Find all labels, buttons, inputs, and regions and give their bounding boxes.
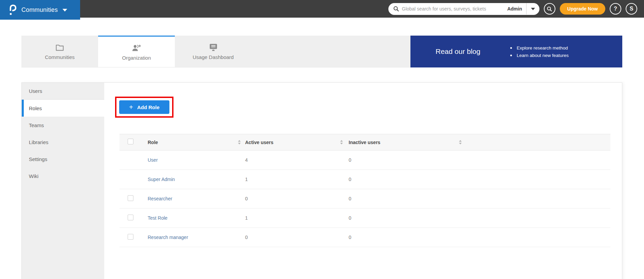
column-header-inactive-users: Inactive users — [349, 140, 380, 145]
search-submit-button[interactable] — [544, 3, 555, 15]
active-users-value: 1 — [245, 177, 248, 182]
role-link[interactable]: Super Admin — [148, 177, 175, 182]
role-link[interactable]: Research manager — [148, 235, 188, 240]
logo-p-icon — [9, 4, 17, 16]
sidebar-item-label: Users — [29, 88, 42, 94]
section-tabs: Communities Organization — [21, 36, 410, 67]
row-checkbox[interactable] — [128, 215, 133, 220]
roles-content: + Add Role Role Active users — [104, 83, 622, 279]
organization-sidebar: Users Roles Teams Libraries Settings Wik… — [22, 83, 104, 279]
sidebar-item-wiki[interactable]: Wiki — [22, 167, 104, 184]
column-header-active-users: Active users — [245, 140, 273, 145]
role-link[interactable]: Test Role — [148, 215, 167, 221]
search-scope-dropdown[interactable]: Admin — [506, 3, 539, 15]
tab-label: Organization — [122, 55, 151, 61]
top-navbar: Communities Admin — [0, 0, 644, 18]
dashboard-icon — [209, 43, 218, 52]
sidebar-item-users[interactable]: Users — [22, 83, 104, 100]
blog-banner[interactable]: Read our blog Explore research method Le… — [410, 36, 622, 67]
banner-bullet-list: Explore research method Learn about new … — [510, 43, 569, 60]
folder-icon — [55, 43, 64, 52]
tab-communities[interactable]: Communities — [21, 36, 98, 67]
banner-bullet: Learn about new features — [510, 53, 569, 58]
role-link[interactable]: Researcher — [148, 196, 172, 201]
organization-panel: Users Roles Teams Libraries Settings Wik… — [21, 82, 622, 279]
active-users-value: 0 — [245, 196, 248, 201]
sidebar-item-label: Settings — [29, 156, 47, 162]
inactive-users-value: 0 — [349, 196, 351, 201]
sidebar-item-roles[interactable]: Roles — [22, 100, 104, 117]
inactive-users-value: 0 — [349, 215, 351, 221]
table-header-row: Role Active users Inactive users — [119, 134, 610, 151]
active-users-value: 1 — [245, 215, 248, 221]
role-link[interactable]: User — [148, 157, 158, 163]
table-row: User 4 0 — [119, 151, 610, 170]
select-all-checkbox[interactable] — [128, 139, 133, 144]
search-icon — [547, 6, 552, 12]
tab-label: Communities — [45, 54, 75, 60]
inactive-users-value: 0 — [349, 157, 351, 163]
roles-table: Role Active users Inactive users — [119, 134, 610, 247]
table-row: Research manager 0 0 — [119, 228, 610, 247]
search-scope-value: Admin — [506, 6, 526, 12]
avatar-button[interactable]: S — [626, 3, 637, 15]
global-search: Admin — [388, 3, 539, 15]
sidebar-item-libraries[interactable]: Libraries — [22, 134, 104, 151]
sort-icon[interactable] — [340, 140, 343, 144]
active-users-value: 4 — [245, 157, 248, 163]
add-role-button[interactable]: + Add Role — [119, 100, 169, 114]
sidebar-item-label: Roles — [29, 105, 42, 111]
inactive-users-value: 0 — [349, 235, 351, 240]
person-add-icon — [131, 43, 142, 52]
tab-label: Usage Dashboard — [193, 54, 234, 60]
workspace-name: Communities — [21, 6, 58, 14]
sidebar-item-label: Teams — [29, 122, 44, 128]
section-header-row: Communities Organization — [21, 36, 622, 67]
upgrade-now-button[interactable]: Upgrade Now — [560, 3, 605, 15]
navbar-right-cluster: Admin Upgrade Now ? S — [388, 0, 644, 18]
add-role-label: Add Role — [137, 104, 160, 110]
sort-icon[interactable] — [238, 140, 241, 144]
row-checkbox[interactable] — [128, 195, 133, 201]
inactive-users-value: 0 — [349, 177, 351, 182]
sidebar-item-settings[interactable]: Settings — [22, 151, 104, 167]
chevron-down-icon — [531, 8, 535, 10]
table-row: Test Role 1 0 — [119, 208, 610, 228]
chevron-down-icon — [62, 9, 67, 12]
column-header-role: Role — [148, 140, 158, 145]
sort-icon[interactable] — [459, 140, 462, 144]
app-window: Communities Admin — [0, 0, 644, 279]
row-checkbox[interactable] — [128, 234, 133, 240]
communities-workspace-menu[interactable]: Communities — [0, 0, 80, 20]
banner-title: Read our blog — [436, 47, 480, 56]
tab-organization[interactable]: Organization — [98, 36, 175, 67]
search-icon — [393, 6, 399, 12]
table-row: Researcher 0 0 — [119, 189, 610, 208]
help-button[interactable]: ? — [610, 3, 621, 15]
active-users-value: 0 — [245, 235, 248, 240]
tab-usage-dashboard[interactable]: Usage Dashboard — [175, 36, 252, 67]
table-row: Super Admin 1 0 — [119, 170, 610, 189]
global-search-input[interactable] — [399, 6, 506, 12]
sidebar-item-label: Libraries — [29, 139, 49, 145]
plus-icon: + — [129, 104, 133, 111]
banner-bullet: Explore research method — [510, 45, 569, 51]
sidebar-item-label: Wiki — [29, 173, 38, 179]
sidebar-item-teams[interactable]: Teams — [22, 117, 104, 134]
red-highlight-annotation: + Add Role — [115, 97, 173, 118]
